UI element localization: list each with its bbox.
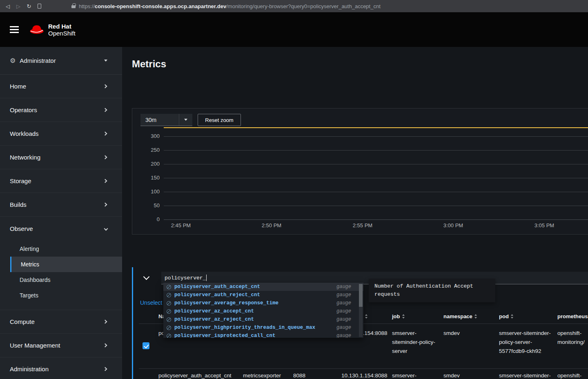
y-tick-label: 150 [146,175,160,181]
sidebar-item-alerting[interactable]: Alerting [0,241,122,257]
nav-toggle-icon[interactable] [10,26,19,33]
y-tick-label: 100 [146,188,160,195]
perspective-label: Administrator [20,57,56,64]
sidebar-item-observe[interactable]: Observe [0,217,122,240]
chevron-right-icon [103,108,107,112]
reset-zoom-label: Reset zoom [205,117,233,123]
sort-icon [402,314,405,319]
sidebar-item-workloads[interactable]: Workloads [0,122,122,146]
metric-icon [167,317,171,322]
chevron-down-icon [143,274,150,280]
metric-icon [167,326,171,330]
sidebar-item-compute[interactable]: Compute [0,310,122,334]
y-tick-label: 200 [146,161,160,167]
suggestion-type: gauge [336,308,351,314]
column-header-job[interactable]: job [392,313,405,319]
scrollbar-thumb[interactable] [359,284,363,307]
tooltip-line: Number of Authentication Accept [374,282,490,290]
sidebar-item-administration[interactable]: Administration [0,357,122,379]
x-tick-label: 2:50 PM [253,222,290,228]
chevron-down-icon [104,60,107,62]
sidebar-item-dashboards[interactable]: Dashboards [0,272,122,288]
metric-icon [167,334,171,338]
chevron-down-icon [184,119,187,121]
browser-reload-icon[interactable]: ↻ [24,3,34,9]
sort-icon [474,314,477,319]
cell-job: smserver-siteminder-policy-server [392,371,438,379]
browser-forward-icon[interactable]: ▷ [13,3,24,9]
browser-back-icon[interactable]: ◁ [2,3,13,9]
query-input-value: policyserver_ [165,275,206,281]
x-tick-label: 2:45 PM [163,222,199,228]
metric-help-tooltip: Number of Authentication Accept requests [369,279,495,302]
lock-icon [71,5,76,8]
sidebar-item-user-management[interactable]: User Management [0,334,122,357]
brand-text: Red Hat OpenShift [48,23,76,37]
suggestion-type: gauge [336,317,351,322]
metric-icon [167,285,171,289]
brand-logo[interactable]: Red Hat OpenShift [29,23,76,37]
time-range-select[interactable]: 30m [140,114,192,126]
series-line-auth-accept[interactable] [164,127,588,128]
url-path: /monitoring/query-browser?query0=policys… [226,3,381,9]
sidebar-item-label: Storage [10,177,31,184]
chevron-right-icon [103,367,107,371]
gear-icon: ⚙ [10,57,16,64]
suggestion-type: gauge [336,292,351,298]
query-section-accent [132,267,133,379]
sidebar-item-storage[interactable]: Storage [0,169,122,193]
suggestion-item[interactable]: policyserver_az_reject_cnt gauge [163,315,363,324]
x-tick-label: 3:05 PM [526,222,563,228]
sidebar-item-label: Metrics [21,261,39,268]
suggestion-item[interactable]: policyserver_auth_reject_cnt gauge [163,291,363,299]
column-header-pod[interactable]: pod [499,313,514,319]
row-checkbox[interactable] [143,342,149,349]
metric-icon [167,293,171,297]
x-axis-line [164,219,588,220]
suggestion-name: policyserver_az_accept_cnt [174,308,254,314]
text-cursor [206,275,207,281]
sidebar-item-label: Workloads [10,130,39,137]
sidebar-item-networking[interactable]: Networking [0,146,122,169]
sidebar-item-operators[interactable]: Operators [0,98,122,122]
suggestion-item[interactable]: policyserver_average_response_time gauge [163,299,363,307]
metric-icon [167,301,171,306]
query-collapse-button[interactable] [142,273,152,281]
sidebar-item-label: Compute [10,318,35,325]
sidebar-item-label: Dashboards [20,277,51,283]
browser-address-bar: ◁ ▷ ↻ https://console-openshift-console.… [0,0,588,12]
openshift-console-page: ◁ ▷ ↻ https://console-openshift-console.… [0,0,588,379]
suggestion-name: policyserver_highpriority_threads_in_que… [174,325,315,330]
sidebar-item-metrics[interactable]: Metrics [10,257,122,272]
suggestion-item[interactable]: policyserver_isprotected_call_cnt gauge [163,332,363,338]
chevron-right-icon [103,179,107,183]
sidebar-item-builds[interactable]: Builds [0,193,122,217]
url-host: console-openshift-console.apps.ocp.anapa… [95,3,226,9]
url-scheme: https:// [79,3,95,9]
perspective-switcher[interactable]: ⚙ Administrator [0,47,122,75]
brand-line-1: Red Hat [48,23,76,30]
column-header-namespace[interactable]: namespace [443,313,477,319]
bookmark-icon[interactable] [38,4,41,9]
suggestion-item[interactable]: policyserver_highpriority_threads_in_que… [163,324,363,332]
cell-namespace: smdev [443,329,484,338]
sidebar-item-targets[interactable]: Targets [0,288,122,303]
sidebar-item-label: Home [10,83,26,90]
column-header-label: prometheus [557,313,588,319]
cell-instance: 10.130.1.154:8088 [341,371,390,379]
suggestion-name: policyserver_auth_reject_cnt [174,292,260,298]
sort-icon [365,314,368,319]
column-header-label: job [392,313,400,319]
url-text[interactable]: https://console-openshift-console.apps.o… [79,3,381,9]
dropdown-scrollbar[interactable] [359,284,363,337]
y-tick-label: 50 [146,202,160,208]
suggestion-item[interactable]: policyserver_auth_accept_cnt gauge [163,283,363,291]
reset-zoom-button[interactable]: Reset zoom [198,114,241,126]
sidebar-item-home[interactable]: Home [0,75,122,98]
metrics-chart-card: 30m Reset zoom 300 250 200 150 100 50 0 … [132,108,588,235]
sidebar-item-label: Builds [10,201,27,208]
column-header-prometheus[interactable]: prometheus [557,313,588,319]
suggestion-type: gauge [336,284,351,290]
suggestion-item[interactable]: policyserver_az_accept_cnt gauge [163,307,363,315]
sidebar-item-label: User Management [10,342,60,349]
